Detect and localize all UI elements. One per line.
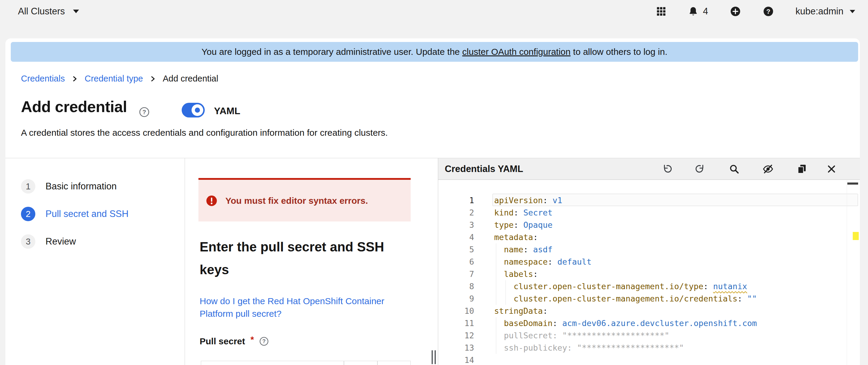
overview-ruler-separator [847,180,847,365]
pull-secret-label: Pull secret [199,336,245,346]
yaml-line[interactable]: type: Opaque [494,219,553,231]
yaml-line[interactable]: stringData: [494,305,548,317]
line-number: 9 [438,292,474,305]
pull-secret-help-button[interactable]: ? [259,337,269,346]
line-number: 2 [438,206,474,219]
line-number: 4 [438,231,474,243]
caret-down-icon [73,9,79,13]
wizard-step-basic-information[interactable]: 1Basic information [21,179,177,194]
step-label: Basic information [45,181,117,192]
yaml-panel-title: Credentials YAML [445,164,523,174]
line-number: 1 [438,194,474,206]
caret-down-icon [849,9,856,13]
app-launcher-button[interactable] [656,6,666,17]
create-resource-button[interactable] [730,6,741,17]
breadcrumb-item[interactable]: Credentials [21,74,65,84]
yaml-line[interactable]: ssh-publickey: "********************" [494,342,684,354]
breadcrumb-chevron-icon [150,75,156,82]
yaml-line[interactable]: kind: Secret [494,206,553,219]
line-number: 14 [438,354,474,365]
pull-secret-input[interactable] [201,361,344,365]
exclamation-circle-icon [206,195,218,207]
username: kube:admin [796,6,843,17]
page-description: A credential stores the access credentia… [21,128,388,138]
yaml-line[interactable]: baseDomain: acm-dev06.azure.devcluster.o… [494,317,757,329]
required-indicator: * [250,334,254,345]
help-menu-button[interactable]: ? [763,6,774,17]
cluster-selector-label: All Clusters [18,6,65,17]
wizard-step-nav: 1Basic information2Pull secret and SSH3R… [21,179,177,262]
step-number: 1 [21,179,35,194]
step-number: 3 [21,234,35,249]
breadcrumb-item: Add credential [163,74,218,84]
plus-circle-icon [730,6,741,17]
overview-ruler-cursor-marker [847,182,858,185]
line-number: 11 [438,317,474,329]
yaml-line[interactable]: pullSecret: "********************" [494,329,669,342]
wizard-step-pull-secret-and-ssh[interactable]: 2Pull secret and SSH [21,207,177,221]
step-number: 2 [21,207,35,221]
redo-button[interactable] [694,163,706,175]
oauth-configuration-link[interactable]: cluster OAuth configuration [462,47,570,57]
panel-resize-handle[interactable] [432,350,437,364]
notifications-button[interactable]: 4 [688,6,708,17]
step-label: Review [45,236,76,247]
cluster-selector-dropdown[interactable]: All Clusters [18,0,79,23]
yaml-line[interactable]: name: asdf [494,243,553,256]
upload-button[interactable] [344,361,377,365]
yaml-line[interactable]: metadata: [494,231,538,243]
yaml-editor[interactable]: 1apiVersion: v12kind: Secret3type: Opaqu… [438,180,860,365]
section-heading: Enter the pull secret and SSH keys [199,235,415,281]
breadcrumb: CredentialsCredential typeAdd credential [21,74,218,84]
search-button[interactable] [728,163,740,175]
wizard-body: 1Basic information2Pull secret and SSH3R… [5,158,860,365]
line-number: 8 [438,280,474,292]
line-number: 3 [438,219,474,231]
yaml-line[interactable]: namespace: default [494,256,591,268]
line-number: 10 [438,305,474,317]
page-card: You are logged in as a temporary adminis… [5,38,860,365]
yaml-panel: Credentials YAML 1apiVersion: v12kind: S… [438,158,860,365]
svg-text:?: ? [766,8,770,15]
yaml-toggle-label: YAML [214,106,240,117]
syntax-error-alert: You must fix editor syntax errors. [198,178,411,221]
yaml-line[interactable]: cluster.open-cluster-management.io/type:… [494,280,747,292]
close-button[interactable] [826,163,837,175]
banner-text-after: to allow others to log in. [570,47,668,57]
eye-slash-button[interactable] [762,163,774,175]
yaml-line[interactable]: apiVersion: v1 [494,194,562,206]
app-launcher-icon [656,6,666,17]
user-menu[interactable]: kube:admin [796,6,856,17]
line-number: 12 [438,329,474,342]
notification-count: 4 [703,6,708,17]
masthead: All Clusters [0,0,868,38]
clear-button[interactable] [377,361,411,365]
line-number: 7 [438,268,474,280]
overview-ruler-warning-marker [853,232,859,240]
step-label: Pull secret and SSH [45,208,128,219]
copy-button[interactable] [796,163,808,175]
pull-secret-help-link[interactable]: How do I get the Red Hat OpenShift Conta… [199,295,409,320]
line-number: 5 [438,243,474,256]
switch-knob [191,104,203,116]
svg-text:?: ? [262,338,266,344]
wizard-content: You must fix editor syntax errors. Enter… [198,158,411,365]
page-title-help-button[interactable]: ? [139,107,150,117]
breadcrumb-chevron-icon [72,75,78,82]
yaml-panel-header: Credentials YAML [438,158,860,180]
svg-text:?: ? [143,109,146,115]
line-number: 13 [438,342,474,354]
undo-button[interactable] [661,163,673,175]
line-number: 6 [438,256,474,268]
wizard-step-review[interactable]: 3Review [21,234,177,249]
bell-icon [688,6,699,17]
breadcrumb-item[interactable]: Credential type [85,74,143,84]
yaml-line[interactable]: cluster.open-cluster-management.io/crede… [494,292,757,305]
banner-text-before: You are logged in as a temporary adminis… [202,47,462,57]
question-circle-icon: ? [763,6,774,17]
page-title: Add credential [21,98,127,116]
nav-divider [185,158,185,365]
yaml-toggle-switch[interactable] [182,103,205,117]
yaml-line[interactable]: labels: [494,268,538,280]
login-banner: You are logged in as a temporary adminis… [11,42,858,62]
